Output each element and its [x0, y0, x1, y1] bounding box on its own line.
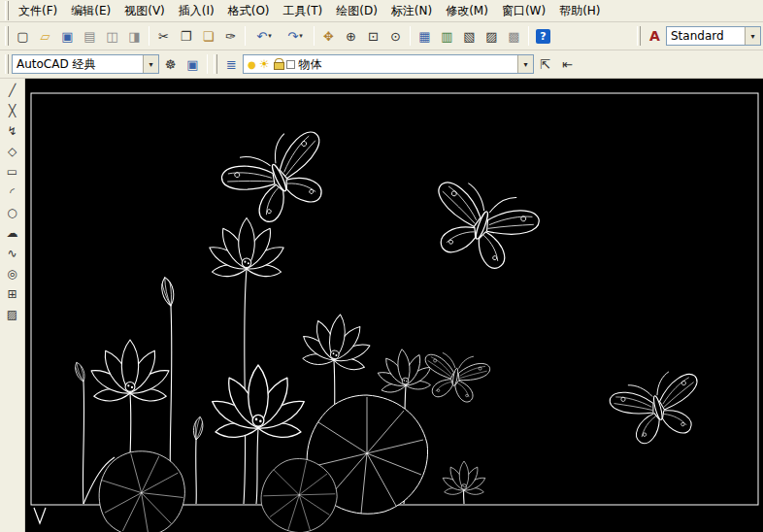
- zoom-previous-icon: ⊙: [390, 30, 401, 43]
- hatch-icon: ▨: [7, 309, 17, 320]
- menu-window[interactable]: 窗口(W): [495, 0, 552, 22]
- menu-file[interactable]: 文件(F): [12, 0, 64, 22]
- plot-button[interactable]: ▤: [79, 25, 101, 47]
- save-workspace-button[interactable]: ▣: [182, 53, 204, 75]
- publish-button[interactable]: ◨: [123, 25, 146, 47]
- menu-edit[interactable]: 编辑(E): [64, 0, 117, 22]
- spline-button[interactable]: ∿: [2, 244, 23, 263]
- insert-block-icon: ⊞: [7, 288, 17, 300]
- ellipse-icon: ◎: [7, 268, 17, 280]
- text-style-button[interactable]: A: [644, 25, 666, 47]
- line-button[interactable]: ╱: [2, 81, 23, 100]
- menu-dimension[interactable]: 标注(N): [384, 0, 439, 22]
- copy-button[interactable]: ❐: [175, 25, 197, 47]
- draw-toolbar: ╱ ╳ ↯ ◇ ▭ ◜ ○ ☁ ∿ ◎ ⊞ ▨: [0, 79, 25, 532]
- redo-button[interactable]: ↷ ▾: [280, 25, 311, 47]
- design-center-button[interactable]: ▥: [436, 25, 458, 47]
- menu-draw[interactable]: 绘图(D): [329, 0, 384, 22]
- layer-lock-icon[interactable]: [274, 58, 282, 70]
- workspace-value: AutoCAD 经典: [17, 56, 96, 73]
- revision-cloud-icon: ☁: [7, 227, 18, 239]
- butterfly-top-right: [419, 172, 544, 278]
- chevron-down-icon[interactable]: ▾: [517, 55, 533, 73]
- toolbar-grip[interactable]: [5, 1, 9, 20]
- layer-color-swatch[interactable]: [286, 60, 295, 69]
- construction-line-button[interactable]: ╳: [2, 101, 23, 120]
- chevron-down-icon[interactable]: ▾: [745, 27, 760, 45]
- chevron-down-icon[interactable]: ▾: [143, 55, 158, 73]
- cut-button[interactable]: ✂: [152, 25, 175, 47]
- menu-format[interactable]: 格式(O): [221, 0, 277, 22]
- ucs-icon: [34, 508, 46, 523]
- polygon-button[interactable]: ◇: [2, 142, 23, 161]
- sheet-set-icon: ▨: [485, 30, 497, 43]
- menu-view[interactable]: 视图(V): [117, 0, 172, 22]
- save-button[interactable]: ▣: [56, 25, 79, 47]
- text-style-combo[interactable]: Standard ▾: [666, 26, 761, 46]
- pan-button[interactable]: ✥: [317, 25, 340, 47]
- drawing-canvas[interactable]: [25, 79, 763, 532]
- menu-tools[interactable]: 工具(T): [277, 0, 330, 22]
- menu-bar: 文件(F) 编辑(E) 视图(V) 插入(I) 格式(O) 工具(T) 绘图(D…: [0, 0, 763, 22]
- open-folder-icon: ▱: [41, 30, 50, 43]
- menu-help[interactable]: 帮助(H): [552, 0, 607, 22]
- gear-icon: ☸: [165, 58, 177, 71]
- new-button[interactable]: ▢: [12, 25, 34, 47]
- toolbar-grip[interactable]: [214, 54, 217, 74]
- menu-insert[interactable]: 插入(I): [172, 0, 221, 22]
- help-button[interactable]: ?: [532, 25, 554, 47]
- toolbar-grip[interactable]: [5, 26, 9, 46]
- styles-toolbar: A Standard ▾: [634, 25, 761, 47]
- polyline-icon: ↯: [7, 125, 17, 137]
- layer-previous-button[interactable]: ⇤: [556, 53, 579, 75]
- circle-icon: ○: [7, 207, 17, 218]
- sheet-set-manager-button[interactable]: ▨: [481, 25, 503, 47]
- zoom-previous-button[interactable]: ⊙: [384, 25, 407, 47]
- layer-freeze-sun-icon[interactable]: ☀: [259, 57, 270, 71]
- undo-button[interactable]: ↶ ▾: [249, 25, 280, 47]
- zoom-realtime-button[interactable]: ⊕: [340, 25, 362, 47]
- paste-button[interactable]: ❏: [197, 25, 219, 47]
- layer-on-bulb-icon[interactable]: ●: [248, 59, 256, 70]
- help-question-icon: ?: [536, 29, 550, 44]
- zoom-window-button[interactable]: ⊡: [362, 25, 384, 47]
- toolbar-grip[interactable]: [5, 54, 9, 74]
- undo-dropdown-icon: ▾: [268, 32, 272, 40]
- magnifier-icon: ⊕: [346, 30, 356, 43]
- layer-properties-manager-button[interactable]: ≣: [220, 53, 243, 75]
- tool-palettes-button[interactable]: ▧: [458, 25, 481, 47]
- ellipse-button[interactable]: ◎: [2, 264, 23, 283]
- rectangle-button[interactable]: ▭: [2, 162, 23, 182]
- separator: [149, 26, 149, 46]
- rectangle-icon: ▭: [7, 166, 17, 178]
- undo-arrow-icon: ↶: [256, 30, 267, 43]
- arc-button[interactable]: ◜: [2, 183, 23, 202]
- make-layer-current-button[interactable]: ⇱: [534, 53, 556, 75]
- quickcalc-button[interactable]: ▩: [503, 25, 525, 47]
- clipboard-icon: ❏: [203, 30, 215, 43]
- butterflies: [216, 121, 710, 449]
- save-floppy-icon: ▣: [61, 30, 73, 43]
- butterfly-top-left: [216, 121, 343, 233]
- standard-toolbar: ▢ ▱ ▣ ▤ ◫ ◨ ✂ ❐ ❏ ✑ ↶ ▾ ↷ ▾ ✥ ⊕ ⊡ ⊙ ▦ ▥ …: [0, 22, 763, 50]
- plot-preview-button[interactable]: ◫: [101, 25, 123, 47]
- toolbar-grip[interactable]: [637, 26, 641, 46]
- polygon-icon: ◇: [8, 146, 17, 157]
- menu-modify[interactable]: 修改(M): [439, 0, 495, 22]
- lotus-butterfly-drawing: [25, 79, 763, 532]
- workspace-combo[interactable]: AutoCAD 经典 ▾: [12, 54, 159, 74]
- brush-icon: ✑: [225, 30, 236, 43]
- match-properties-button[interactable]: ✑: [219, 25, 242, 47]
- properties-button[interactable]: ▦: [414, 25, 436, 47]
- polyline-button[interactable]: ↯: [2, 121, 23, 141]
- workspace-settings-button[interactable]: ☸: [159, 53, 182, 75]
- save-workspace-icon: ▣: [186, 58, 198, 71]
- properties-palette-icon: ▦: [418, 30, 430, 43]
- revision-cloud-button[interactable]: ☁: [2, 223, 23, 243]
- insert-block-button[interactable]: ⊞: [2, 284, 23, 304]
- hatch-button[interactable]: ▨: [2, 305, 23, 324]
- layer-combo[interactable]: ● ☀ 物体 ▾: [243, 54, 534, 74]
- open-button[interactable]: ▱: [34, 25, 56, 47]
- circle-button[interactable]: ○: [2, 203, 23, 222]
- text-style-icon: A: [649, 29, 660, 43]
